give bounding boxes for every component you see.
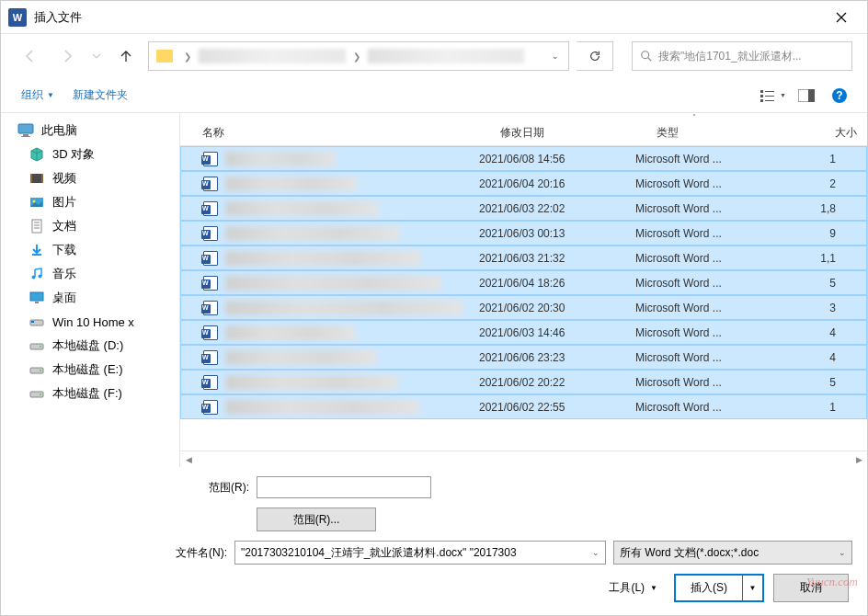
svg-rect-8 <box>808 89 815 102</box>
sidebar-item[interactable]: 本地磁盘 (F:) <box>1 382 179 405</box>
file-type: Microsoft Word ... <box>635 326 781 339</box>
toolbar: 组织 ▼ 新建文件夹 ▼ ? <box>1 78 867 113</box>
sidebar-item[interactable]: 本地磁盘 (D:) <box>1 334 179 358</box>
chevron-down-icon[interactable]: ⌄ <box>839 548 846 557</box>
pc-icon <box>17 122 34 139</box>
range-button[interactable]: 范围(R)... <box>257 508 376 531</box>
sidebar-item[interactable]: 音乐 <box>1 262 179 286</box>
breadcrumb-segment[interactable] <box>368 49 524 63</box>
file-row[interactable]: 2021/06/03 14:46 Microsoft Word ... 4 <box>180 320 867 345</box>
svg-rect-12 <box>23 134 29 136</box>
preview-pane-button[interactable] <box>790 83 823 108</box>
file-row[interactable]: 2021/06/03 00:13 Microsoft Word ... 9 <box>180 221 867 245</box>
file-date: 2021/06/08 14:56 <box>479 153 635 165</box>
chevron-down-icon[interactable]: ⌄ <box>546 51 565 61</box>
word-doc-icon <box>203 325 218 340</box>
sidebar-item[interactable]: Win 10 Home x <box>1 310 179 334</box>
file-date: 2021/06/06 23:23 <box>479 351 635 364</box>
sidebar-item-label: Win 10 Home x <box>52 315 134 329</box>
breadcrumb-segment[interactable] <box>199 49 346 63</box>
sort-indicator-icon: ˄ <box>180 113 867 120</box>
new-folder-button[interactable]: 新建文件夹 <box>63 82 137 108</box>
horizontal-scrollbar[interactable]: ◀ ▶ <box>180 451 867 467</box>
refresh-icon <box>588 50 601 63</box>
column-header-name[interactable]: 名称 <box>202 125 500 141</box>
sidebar-this-pc[interactable]: 此电脑 <box>1 119 179 143</box>
chevron-down-icon[interactable]: ⌄ <box>592 548 600 557</box>
file-row[interactable]: 2021/06/03 21:32 Microsoft Word ... 1,1 <box>180 245 867 270</box>
file-type: Microsoft Word ... <box>635 202 781 215</box>
file-row[interactable]: 2021/06/02 22:55 Microsoft Word ... 1 <box>180 394 867 419</box>
osdrive-icon <box>29 314 45 330</box>
word-doc-icon <box>203 226 218 241</box>
column-header-size[interactable]: 大小 <box>802 125 857 141</box>
file-list[interactable]: 2021/06/08 14:56 Microsoft Word ... 1 20… <box>180 146 867 451</box>
svg-point-31 <box>40 394 41 395</box>
file-name <box>225 350 376 365</box>
close-button[interactable] <box>823 1 860 34</box>
word-doc-icon <box>203 301 218 315</box>
sidebar-item[interactable]: 图片 <box>1 190 179 214</box>
sidebar-item[interactable]: 文档 <box>1 214 179 238</box>
column-header-date[interactable]: 修改日期 <box>500 125 657 141</box>
scroll-left-icon[interactable]: ◀ <box>180 451 197 468</box>
sidebar-item[interactable]: 下载 <box>1 238 179 262</box>
search-input[interactable]: 搜索"地信1701_就业派遣材... <box>632 41 852 71</box>
filename-combobox[interactable]: "2017303210104_汪靖宇_就业派遣材料.docx" "2017303… <box>234 541 606 565</box>
breadcrumb[interactable]: ❯ ❯ ⌄ <box>148 41 569 71</box>
file-date: 2021/06/02 20:30 <box>479 302 635 314</box>
column-header-type[interactable]: 类型 <box>657 125 802 141</box>
sidebar-item[interactable]: 本地磁盘 (E:) <box>1 358 179 382</box>
file-row[interactable]: 2021/06/02 20:30 Microsoft Word ... 3 <box>180 295 867 320</box>
scroll-right-icon[interactable]: ▶ <box>851 451 867 468</box>
svg-rect-22 <box>30 292 43 301</box>
file-type: Microsoft Word ... <box>635 277 781 290</box>
navigation-sidebar[interactable]: 此电脑 3D 对象视频图片文档下载音乐桌面Win 10 Home x本地磁盘 (… <box>1 113 180 467</box>
file-row[interactable]: 2021/06/02 20:22 Microsoft Word ... 5 <box>180 370 867 394</box>
refresh-button[interactable] <box>577 41 613 71</box>
sidebar-item[interactable]: 3D 对象 <box>1 143 179 166</box>
word-doc-icon <box>203 400 218 415</box>
view-options-button[interactable]: ▼ <box>757 83 790 108</box>
range-input[interactable] <box>257 476 431 498</box>
sidebar-item-label: 文档 <box>52 218 76 234</box>
help-button[interactable]: ? <box>823 83 856 108</box>
file-row[interactable]: 2021/06/04 18:26 Microsoft Word ... 5 <box>180 270 867 295</box>
insert-button[interactable]: 插入(S) ▼ <box>674 574 764 602</box>
sidebar-item[interactable]: 桌面 <box>1 286 179 310</box>
drive-icon <box>29 337 45 354</box>
insert-button-dropdown[interactable]: ▼ <box>742 576 762 600</box>
sidebar-item-label: 桌面 <box>52 290 76 306</box>
tools-menu[interactable]: 工具(L) ▼ <box>601 576 665 599</box>
up-button[interactable] <box>111 41 141 71</box>
sidebar-item[interactable]: 视频 <box>1 166 179 190</box>
chevron-down-icon <box>92 51 101 61</box>
forward-button[interactable] <box>52 41 82 71</box>
file-row[interactable]: 2021/06/06 23:23 Microsoft Word ... 4 <box>180 345 867 370</box>
sidebar-label: 此电脑 <box>41 122 77 139</box>
insert-button-main[interactable]: 插入(S) <box>676 576 742 600</box>
word-doc-icon <box>203 375 218 390</box>
desktop-icon <box>29 290 45 306</box>
organize-menu[interactable]: 组织 ▼ <box>12 82 63 108</box>
recent-dropdown[interactable] <box>89 41 104 71</box>
sidebar-item-label: 音乐 <box>52 266 76 282</box>
documents-icon <box>29 218 45 234</box>
arrow-left-icon <box>23 49 38 63</box>
file-row[interactable]: 2021/06/03 22:02 Microsoft Word ... 1,8 <box>180 196 867 221</box>
filetype-combobox[interactable]: 所有 Word 文档(*.docx;*.doc ⌄ <box>613 541 852 565</box>
cancel-button[interactable]: 取消 <box>773 574 849 602</box>
3d-icon <box>29 146 45 163</box>
file-name <box>225 375 397 390</box>
file-type: Microsoft Word ... <box>635 177 781 190</box>
word-doc-icon <box>203 276 218 291</box>
svg-rect-3 <box>760 95 763 97</box>
breadcrumb-separator-icon: ❯ <box>348 51 366 62</box>
file-row[interactable]: 2021/06/08 14:56 Microsoft Word ... 1 <box>180 146 867 171</box>
dropdown-arrow-icon: ▼ <box>780 92 786 98</box>
file-type: Microsoft Word ... <box>635 401 781 414</box>
file-row[interactable]: 2021/06/04 20:16 Microsoft Word ... 2 <box>180 171 867 196</box>
title-bar: W 插入文件 <box>1 1 867 34</box>
back-button[interactable] <box>16 41 45 71</box>
file-type: Microsoft Word ... <box>635 351 781 364</box>
